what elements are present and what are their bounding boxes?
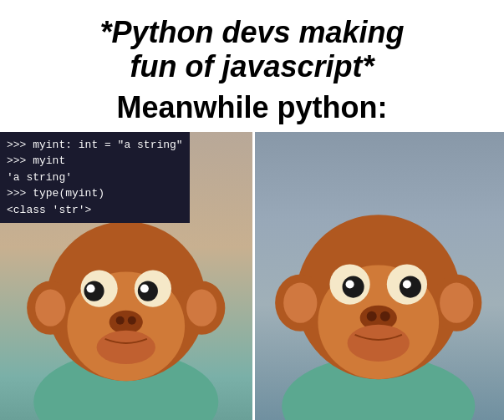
svg-point-15 xyxy=(116,316,125,325)
svg-point-13 xyxy=(140,285,149,293)
svg-point-29 xyxy=(345,281,354,289)
code-line-1: >>> myint: int = "a string" xyxy=(7,137,183,154)
svg-point-6 xyxy=(186,290,216,326)
svg-point-24 xyxy=(440,283,473,323)
panel-divider xyxy=(252,132,255,420)
subtitle: Meanwhile python: xyxy=(17,89,487,125)
code-overlay: >>> myint: int = "a string" >>> myint 'a… xyxy=(0,132,190,224)
meme-container: *Python devs making fun of javascript* M… xyxy=(0,0,504,420)
svg-point-31 xyxy=(402,281,410,289)
code-line-2: >>> myint xyxy=(7,153,183,170)
svg-point-16 xyxy=(128,316,136,325)
code-line-3: 'a string' xyxy=(7,170,183,186)
svg-point-11 xyxy=(87,285,95,293)
svg-point-22 xyxy=(283,283,317,323)
code-line-4: >>> type(myint) xyxy=(7,185,183,202)
monkey-left-panel: >>> myint: int = "a string" >>> myint 'a… xyxy=(0,132,252,420)
subtitle-text: Meanwhile python: xyxy=(117,90,388,124)
svg-point-33 xyxy=(366,311,376,321)
title-line2-text: fun of javascript* xyxy=(130,49,374,83)
title-line1: *Python devs making xyxy=(17,15,487,49)
top-text-section: *Python devs making fun of javascript* M… xyxy=(0,0,504,132)
title-line1-text: *Python devs making xyxy=(99,15,404,49)
title-line2: fun of javascript* xyxy=(17,49,487,83)
svg-point-35 xyxy=(347,325,409,362)
svg-point-4 xyxy=(35,290,65,326)
monkey-right-svg xyxy=(252,132,505,420)
svg-point-34 xyxy=(379,311,389,321)
code-line-5: <class 'str'> xyxy=(7,202,183,219)
svg-point-17 xyxy=(97,331,155,364)
svg-point-14 xyxy=(109,311,143,334)
monkey-right-panel xyxy=(252,132,505,420)
bottom-section: >>> myint: int = "a string" >>> myint 'a… xyxy=(0,132,504,420)
